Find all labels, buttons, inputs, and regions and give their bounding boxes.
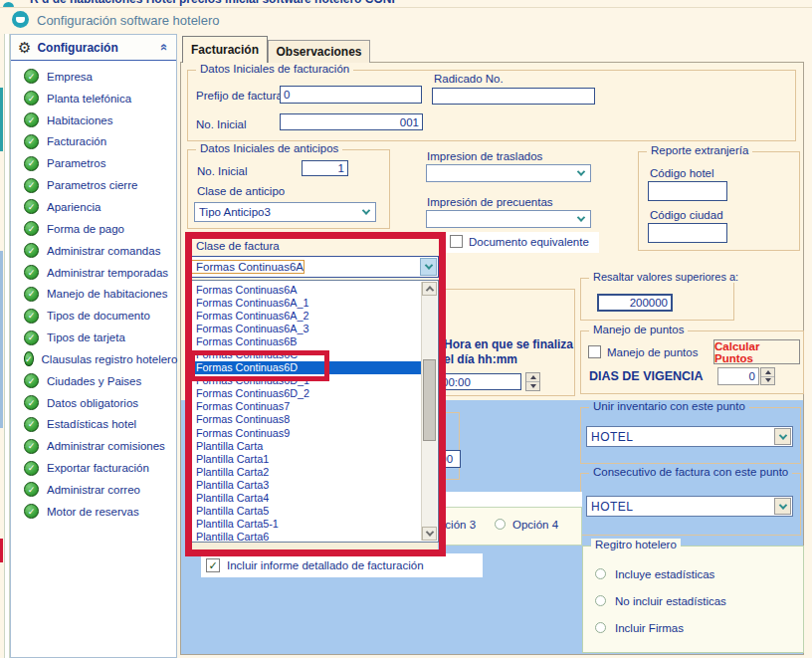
- chevron-down-icon[interactable]: [572, 166, 589, 180]
- registro-option[interactable]: Incluir Firmas: [583, 614, 803, 641]
- opcion-4-label: Opción 4: [512, 519, 558, 531]
- sidebar-header[interactable]: ⚙ Configuración »: [11, 35, 176, 61]
- sidebar-item[interactable]: ✓Forma de pago: [11, 218, 176, 240]
- check-icon: ✓: [24, 221, 39, 236]
- codigo-ciudad-input[interactable]: [648, 223, 727, 243]
- registro-option-label: Incluir Firmas: [615, 622, 684, 634]
- tab-observaciones[interactable]: Observaciones: [268, 40, 370, 63]
- sidebar-item[interactable]: ✓Habitaciones: [11, 110, 176, 131]
- collapse-chevron-icon[interactable]: »: [155, 44, 170, 51]
- radio-icon[interactable]: [595, 595, 606, 606]
- sidebar-item[interactable]: ✓Planta telefónica: [11, 88, 176, 110]
- chevron-down-icon[interactable]: [774, 428, 791, 445]
- hora-label-2: el día hh:mm: [444, 352, 517, 366]
- sidebar-item-label: Parametros: [47, 157, 105, 169]
- radicado-label: Radicado No.: [434, 73, 504, 85]
- spin-down-icon[interactable]: [526, 382, 539, 390]
- precuentas-combo[interactable]: [426, 210, 591, 228]
- sidebar-item[interactable]: ✓Apariencia: [11, 196, 176, 218]
- sidebar-item[interactable]: ✓Exportar facturación: [11, 457, 176, 479]
- sidebar-item[interactable]: ✓Facturación: [11, 131, 176, 153]
- prefijo-input[interactable]: [280, 86, 422, 104]
- sidebar-item[interactable]: ✓Parametros: [11, 152, 176, 174]
- sidebar-item[interactable]: ✓Tipos de documento: [11, 305, 176, 327]
- sidebar-item[interactable]: ✓Parametros cierre: [11, 174, 176, 196]
- radio-icon[interactable]: [595, 622, 606, 633]
- precuentas-label: Impresión de precuentas: [427, 196, 553, 208]
- sidebar-item-label: Forma de pago: [47, 223, 124, 235]
- codigo-hotel-input[interactable]: [648, 181, 727, 201]
- sidebar-item[interactable]: ✓Motor de reservas: [11, 501, 176, 523]
- sidebar-item[interactable]: ✓Estadísticas hotel: [11, 414, 176, 436]
- clase-anticipo-combo[interactable]: Tipo Anticipo3: [194, 202, 376, 222]
- spin-up-icon[interactable]: [761, 368, 774, 377]
- sidebar-item[interactable]: ✓Administrar correo: [11, 479, 176, 501]
- check-icon: ✓: [24, 373, 39, 388]
- sidebar-item[interactable]: ✓Datos obligatorios: [11, 392, 176, 414]
- chevron-down-icon[interactable]: [572, 212, 589, 226]
- spin-up-icon[interactable]: [526, 373, 539, 382]
- group-registro-hotelero: Regitro hotelero Incluye estadísticasNo …: [582, 546, 804, 653]
- radio-icon[interactable]: [595, 568, 606, 579]
- background-edge-blue: [0, 251, 3, 428]
- chevron-down-icon[interactable]: [357, 204, 374, 220]
- sidebar-item[interactable]: ✓Clausulas registro hotelero: [11, 348, 176, 370]
- radicado-input[interactable]: [432, 88, 595, 105]
- check-icon: ✓: [24, 482, 39, 497]
- anticipo-no-inicial-input[interactable]: [302, 160, 348, 176]
- sidebar-item-label: Motor de reservas: [47, 506, 139, 518]
- sidebar-item-label: Habitaciones: [47, 114, 112, 126]
- check-icon: ✓: [24, 112, 39, 127]
- no-inicial-input[interactable]: [280, 113, 423, 130]
- sidebar-item-label: Empresa: [47, 71, 93, 83]
- chevron-down-icon[interactable]: [774, 498, 791, 515]
- highlight-rectangle-selected-item: [190, 350, 329, 381]
- check-icon: ✓: [24, 417, 39, 432]
- doc-equivalente-checkbox[interactable]: [450, 235, 463, 248]
- manejo-puntos-checkbox[interactable]: [588, 345, 601, 358]
- sidebar-item-label: Estadísticas hotel: [47, 418, 136, 430]
- hora-label-1: Hora en que se finaliza: [444, 337, 573, 351]
- registro-option-label: No incluir estadísticas: [615, 595, 726, 607]
- incluir-informe-checkbox[interactable]: [206, 558, 220, 572]
- check-icon: ✓: [24, 439, 39, 454]
- sidebar-item[interactable]: ✓Administrar comandas: [11, 240, 176, 262]
- gear-icon: ⚙: [18, 40, 31, 55]
- sidebar-item-label: Administrar correo: [47, 484, 140, 496]
- traslados-combo[interactable]: [426, 164, 591, 182]
- sidebar-item[interactable]: ✓Tipos de tarjeta: [11, 327, 176, 348]
- check-icon: ✓: [24, 395, 39, 410]
- sidebar-item[interactable]: ✓Manejo de habitaciones: [11, 283, 176, 305]
- sidebar-item-label: Datos obligatorios: [47, 397, 138, 409]
- sidebar-item-label: Exportar facturación: [47, 462, 149, 474]
- resaltar-input[interactable]: [597, 294, 673, 312]
- check-icon: ✓: [24, 243, 39, 258]
- background-app-icon: [3, 2, 14, 8]
- sidebar-item-label: Facturación: [47, 135, 106, 147]
- check-icon: ✓: [24, 178, 39, 193]
- background-window-fragment: R d de habitaciones Hotel precios inicia…: [0, 0, 812, 8]
- hora-input[interactable]: [438, 373, 521, 390]
- sidebar: ⚙ Configuración » ✓Empresa✓Planta telefó…: [10, 34, 177, 658]
- dias-spinner[interactable]: [760, 367, 775, 385]
- sidebar-item[interactable]: ✓Ciudades y Paises: [11, 370, 176, 392]
- anticipo-no-inicial-label: No. Inicial: [197, 165, 248, 177]
- spin-down-icon[interactable]: [761, 377, 774, 385]
- tab-facturacion[interactable]: Facturación: [182, 36, 268, 63]
- check-icon: ✓: [24, 69, 39, 84]
- registro-options: Incluye estadísticasNo incluir estadísti…: [583, 560, 803, 641]
- sidebar-items: ✓Empresa✓Planta telefónica✓Habitaciones✓…: [11, 66, 176, 523]
- sidebar-item[interactable]: ✓Empresa: [11, 66, 176, 88]
- hora-spinner[interactable]: [525, 372, 540, 391]
- consecutivo-combo[interactable]: HOTEL: [586, 496, 793, 517]
- calcular-puntos-button[interactable]: Calcular Puntos: [713, 339, 800, 364]
- codigo-hotel-label: Código hotel: [650, 167, 714, 179]
- sidebar-item[interactable]: ✓Administrar comisiones: [11, 435, 176, 457]
- registro-option[interactable]: No incluir estadísticas: [583, 587, 803, 614]
- unir-inventario-combo[interactable]: HOTEL: [586, 426, 793, 447]
- registro-option[interactable]: Incluye estadísticas: [583, 560, 803, 587]
- sidebar-item[interactable]: ✓Administrar temporadas: [11, 262, 176, 284]
- dias-vigencia-input[interactable]: [717, 367, 759, 385]
- opcion-4-radio[interactable]: [495, 519, 506, 530]
- registro-option-label: Incluye estadísticas: [615, 568, 714, 580]
